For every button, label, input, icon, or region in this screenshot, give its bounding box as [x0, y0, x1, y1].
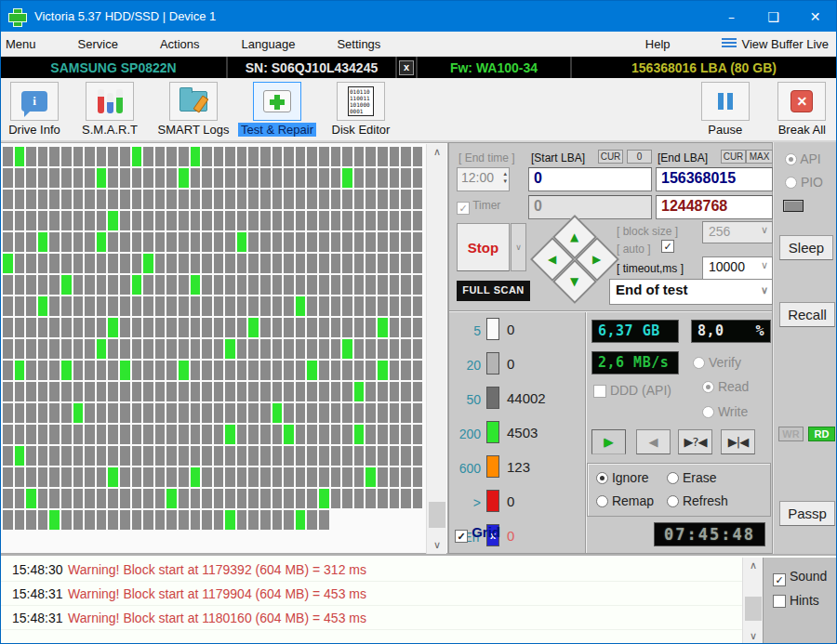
block-cell [401, 168, 411, 188]
write-radio[interactable] [702, 406, 714, 418]
end-of-test-select[interactable]: End of test∨ [609, 279, 773, 305]
block-cell [97, 190, 107, 209]
api-radio[interactable] [785, 153, 797, 165]
block-cell [365, 425, 376, 444]
passp-button[interactable]: Passp [779, 501, 835, 526]
verify-radio[interactable] [693, 357, 705, 369]
mode-option-verify[interactable]: Verify [693, 355, 741, 370]
hints-option[interactable]: Hints [773, 593, 819, 608]
api-option[interactable]: API [785, 151, 821, 166]
stop-button[interactable]: Stop [457, 223, 510, 271]
disk-editor-button[interactable]: 010110 110011 101000 0001Disk Editor [319, 82, 403, 137]
action-option-ignore[interactable]: Ignore [596, 470, 649, 485]
block-cell [191, 425, 201, 444]
ignore-radio[interactable] [596, 472, 608, 484]
block-cell [272, 318, 283, 337]
back-button[interactable]: ◀ [636, 429, 671, 454]
stat-row-gt: >0 [449, 488, 585, 522]
block-cell [143, 318, 153, 337]
menu-item-actions[interactable]: Actions [160, 33, 200, 55]
action-option-refresh[interactable]: Refresh [667, 493, 728, 508]
start-lba-secondary-input[interactable]: 0 [528, 195, 652, 219]
start-lba-cur-button[interactable]: CUR [598, 150, 623, 164]
block-cell [272, 510, 283, 530]
drive-info-button[interactable]: iDrive Info [1, 82, 68, 137]
block-size-label: [ block size ] [617, 225, 678, 238]
sound-checkbox[interactable]: ✓ [773, 573, 786, 586]
block-cell [225, 510, 235, 530]
recall-button[interactable]: Recall [779, 302, 835, 327]
break-all-button[interactable]: ✕ Break All [776, 82, 829, 137]
pause-button[interactable]: Pause [701, 82, 750, 137]
block-cell [97, 254, 107, 273]
mode-option-write[interactable]: Write [702, 404, 748, 419]
pio-option[interactable]: PIO [785, 175, 823, 190]
menu-item-service[interactable]: Service [78, 33, 118, 55]
spinner-arrows-icon[interactable]: ▴▾ [503, 170, 507, 185]
remap-radio[interactable] [596, 495, 608, 507]
scroll-down-icon[interactable]: ∨ [743, 628, 764, 644]
read-radio[interactable] [702, 381, 714, 393]
hints-checkbox[interactable] [773, 595, 786, 608]
end-lba-cur-button[interactable]: CUR [721, 150, 746, 164]
menu-item-menu[interactable]: Menu [6, 33, 36, 55]
maximize-icon[interactable]: ❑ [752, 1, 794, 32]
sleep-button[interactable]: Sleep [779, 235, 833, 260]
block-cell [260, 339, 271, 359]
stop-dropdown-icon[interactable]: ∨ [511, 223, 526, 271]
test-repair-button[interactable]: Test & Repair [235, 82, 319, 137]
timer-checkbox[interactable]: ✓ [457, 202, 470, 215]
block-cell [15, 425, 25, 444]
minimize-icon[interactable]: – [711, 1, 752, 32]
menu-item-help[interactable]: Help [645, 33, 671, 55]
block-cell [331, 489, 341, 508]
auto-checkbox[interactable]: ✓ [661, 240, 674, 253]
scroll-up-icon[interactable]: ∧ [743, 558, 764, 574]
mode-option-read[interactable]: Read [702, 379, 749, 394]
end-lba-max-button[interactable]: MAX [746, 150, 773, 164]
scan-scrollbar[interactable]: ∧ ∨ [426, 144, 446, 554]
scroll-down-icon[interactable]: ∨ [427, 537, 447, 554]
close-icon[interactable]: ✕ [794, 1, 836, 32]
start-lba-zero-button[interactable]: 0 [627, 150, 652, 164]
timer-option[interactable]: ✓ Timer [457, 199, 500, 215]
menu-item-settings[interactable]: Settings [337, 33, 380, 55]
serial-close-button[interactable]: x [399, 60, 414, 75]
block-cell [413, 190, 423, 209]
log-scrollbar[interactable]: ∧ ∨ [742, 558, 763, 644]
scan-scrollbar-thumb[interactable] [429, 502, 445, 528]
start-test-button[interactable]: ▶ [591, 429, 626, 454]
full-scan-button[interactable]: FULL SCAN [457, 281, 530, 301]
step-button[interactable]: ▶|◀ [721, 429, 755, 454]
ddd-api-option[interactable]: DDD (API) [593, 383, 671, 398]
block-cell [331, 446, 341, 466]
scroll-up-icon[interactable]: ∧ [427, 144, 447, 161]
pio-radio[interactable] [785, 177, 797, 189]
grid-option[interactable]: ✓ Grid [455, 524, 500, 543]
start-lba-input[interactable]: 0 [528, 167, 652, 191]
action-option-erase[interactable]: Erase [667, 470, 716, 485]
sound-option[interactable]: ✓ Sound [773, 569, 827, 586]
disk-editor-icon: 010110 110011 101000 0001 [348, 86, 374, 116]
refresh-radio[interactable] [667, 495, 679, 507]
block-cell [365, 254, 376, 273]
log-scrollbar-thumb[interactable] [745, 597, 762, 621]
timeout-select[interactable]: 10000∨ [702, 256, 773, 281]
seek-test-button[interactable]: ▶?◀ [678, 429, 712, 454]
erase-radio[interactable] [667, 472, 679, 484]
grid-checkbox[interactable]: ✓ [455, 530, 468, 543]
smart-logs-button[interactable]: SMART Logs [152, 82, 235, 137]
ddd-api-checkbox[interactable] [593, 385, 606, 398]
s-m-a-r-t-button[interactable]: S.M.A.R.T [68, 82, 152, 137]
block-cell [296, 489, 306, 508]
action-option-remap[interactable]: Remap [596, 493, 654, 508]
block-cell [61, 403, 72, 423]
elapsed-time-clock: 07:45:48 [654, 522, 765, 546]
stat-row-600: 600123 [449, 453, 585, 488]
current-lba-display: 12448768 [656, 195, 773, 219]
block-size-select[interactable]: 256∨ [702, 221, 773, 243]
view-buffer-live-button[interactable]: View Buffer Live [722, 37, 829, 51]
end-lba-input[interactable]: 156368015 [656, 167, 773, 191]
end-time-spinner[interactable]: 12:00 ▴▾ [457, 167, 510, 191]
menu-item-language[interactable]: Language [242, 33, 296, 55]
